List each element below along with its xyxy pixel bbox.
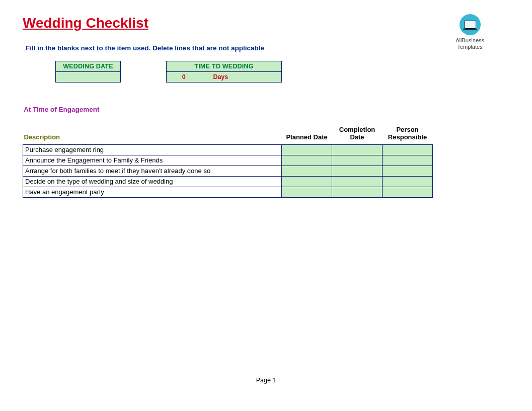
cell-planned-date[interactable] xyxy=(282,176,332,187)
cell-description: Purchase engagement ring xyxy=(23,144,282,155)
instructions-text: Fill in the blanks next to the item used… xyxy=(26,44,509,52)
cell-responsible[interactable] xyxy=(383,155,433,166)
time-to-wedding-label: TIME TO WEDDING xyxy=(167,61,281,72)
brand-line1: AllBusiness xyxy=(455,37,484,44)
cell-responsible[interactable] xyxy=(383,187,433,197)
cell-description: Announce the Engagement to Family & Frie… xyxy=(23,155,282,166)
cell-planned-date[interactable] xyxy=(282,187,332,197)
table-row: Purchase engagement ring xyxy=(23,144,433,155)
time-to-wedding-box: TIME TO WEDDING 0 Days xyxy=(166,61,282,83)
cell-completion-date[interactable] xyxy=(332,166,383,176)
brand-logo: AllBusiness Templates xyxy=(455,14,484,50)
table-row: Arrange for both families to meet if the… xyxy=(23,166,433,176)
brand-line2: Templates xyxy=(455,44,484,50)
cell-description: Have an engagement party xyxy=(23,187,282,197)
table-row: Decide on the type of wedding and size o… xyxy=(23,176,433,187)
cell-planned-date[interactable] xyxy=(282,144,332,155)
cell-completion-date[interactable] xyxy=(332,176,383,187)
cell-responsible[interactable] xyxy=(383,166,433,176)
page-footer: Page 1 xyxy=(0,377,532,384)
wedding-date-box: WEDDING DATE xyxy=(55,61,121,83)
cell-description: Decide on the type of wedding and size o… xyxy=(23,176,282,187)
checklist-table: Description Planned Date Completion Date… xyxy=(23,125,433,198)
section-title: At Time of Engagement xyxy=(24,106,509,113)
countdown-unit: Days xyxy=(201,73,281,80)
wedding-date-label: WEDDING DATE xyxy=(56,61,120,72)
laptop-icon xyxy=(460,14,481,35)
cell-description: Arrange for both families to meet if the… xyxy=(23,166,282,176)
table-row: Announce the Engagement to Family & Frie… xyxy=(23,155,433,166)
time-to-wedding-value: 0 Days xyxy=(167,72,281,82)
cell-completion-date[interactable] xyxy=(332,155,383,166)
col-header-responsible: Person Responsible xyxy=(383,125,433,144)
col-header-description: Description xyxy=(23,125,282,144)
cell-planned-date[interactable] xyxy=(282,166,332,176)
cell-completion-date[interactable] xyxy=(332,144,383,155)
col-header-completion: Completion Date xyxy=(332,125,383,144)
wedding-date-input[interactable] xyxy=(56,72,120,82)
cell-responsible[interactable] xyxy=(383,176,433,187)
col-header-planned: Planned Date xyxy=(282,125,332,144)
cell-completion-date[interactable] xyxy=(332,187,383,197)
document-title: Wedding Checklist xyxy=(23,15,509,31)
page-content: Wedding Checklist AllBusiness Templates … xyxy=(0,0,532,213)
table-row: Have an engagement party xyxy=(23,187,433,197)
cell-responsible[interactable] xyxy=(383,144,433,155)
date-boxes-row: WEDDING DATE TIME TO WEDDING 0 Days xyxy=(55,61,509,83)
cell-planned-date[interactable] xyxy=(282,155,332,166)
countdown-number: 0 xyxy=(167,73,201,80)
